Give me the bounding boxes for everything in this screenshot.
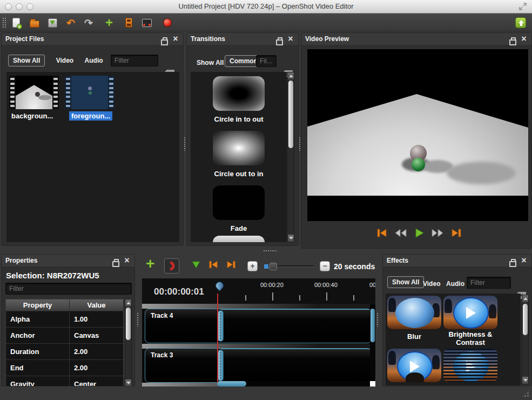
- export-video-button[interactable]: [140, 16, 153, 29]
- scroll-down-icon[interactable]: [125, 379, 131, 386]
- effects-video-button[interactable]: Video: [422, 278, 441, 290]
- jump-to-start-button[interactable]: [376, 228, 388, 238]
- slider-fill: [264, 264, 268, 269]
- toolbar-drag-handle[interactable]: [2, 17, 6, 28]
- close-panel-icon[interactable]: ×: [520, 257, 528, 264]
- transitions-header: Transitions ×: [187, 33, 298, 45]
- horizontal-splitter-handle[interactable]: [263, 250, 277, 252]
- file-thumbnail: [9, 76, 59, 109]
- video-preview-frame: [307, 49, 528, 221]
- float-panel-icon[interactable]: [275, 35, 284, 43]
- transition-item[interactable]: Circle out to in: [191, 131, 287, 178]
- undo-button[interactable]: ↶: [64, 16, 77, 29]
- scroll-down-icon[interactable]: [522, 377, 528, 384]
- save-project-button[interactable]: [46, 16, 59, 29]
- redo-button[interactable]: ↷: [82, 16, 95, 29]
- properties-filter-input[interactable]: [5, 283, 132, 295]
- previous-marker-button[interactable]: [208, 260, 219, 269]
- panel-splitter-handle[interactable]: [184, 137, 186, 151]
- rewind-button[interactable]: [394, 228, 407, 238]
- close-panel-icon[interactable]: ×: [286, 35, 295, 43]
- property-value[interactable]: 2.00: [70, 344, 124, 359]
- window-resize-grip[interactable]: [521, 389, 530, 398]
- close-panel-icon[interactable]: ×: [123, 257, 131, 264]
- timeline-ruler[interactable]: 00:00:00:01 00:00:20 00:00:40 00: [142, 278, 375, 304]
- table-row[interactable]: Alpha 1.00: [6, 311, 124, 328]
- property-value[interactable]: Center: [70, 376, 124, 386]
- add-marker-button[interactable]: [191, 261, 201, 269]
- float-panel-icon[interactable]: [509, 257, 517, 264]
- transitions-filter-input[interactable]: [256, 55, 277, 67]
- effects-show-all-button[interactable]: Show All: [387, 276, 424, 288]
- import-files-button[interactable]: +: [103, 16, 116, 29]
- value-column-header[interactable]: Value: [70, 299, 124, 311]
- files-video-button[interactable]: Video: [55, 55, 75, 66]
- effects-audio-button[interactable]: Audio: [445, 278, 466, 290]
- scrollbar-thumb[interactable]: [523, 304, 528, 335]
- property-name: Gravity: [6, 376, 70, 386]
- record-button[interactable]: [161, 16, 174, 29]
- files-show-all-button[interactable]: Show All: [8, 55, 45, 66]
- new-project-button[interactable]: +: [10, 16, 23, 29]
- slider-handle[interactable]: [270, 263, 277, 270]
- scroll-up-icon[interactable]: [125, 299, 131, 306]
- open-project-button[interactable]: [28, 16, 41, 29]
- float-panel-icon[interactable]: [160, 35, 169, 43]
- clip-left-handle[interactable]: [218, 310, 224, 342]
- float-panel-icon[interactable]: [509, 35, 517, 43]
- scrollbar-thumb[interactable]: [217, 381, 246, 386]
- effects-scrollbar[interactable]: [522, 295, 529, 384]
- scrollbar-thumb[interactable]: [126, 308, 131, 340]
- fast-forward-button[interactable]: [431, 228, 444, 238]
- track-4[interactable]: Track 4: [145, 309, 372, 343]
- file-item[interactable]: backgroun...: [9, 76, 63, 124]
- timeline-horizontal-scrollbar[interactable]: [245, 381, 370, 386]
- scrollbar-thumb[interactable]: [371, 309, 375, 342]
- scroll-up-icon[interactable]: [288, 72, 294, 79]
- scroll-up-icon[interactable]: [522, 295, 528, 302]
- transitions-show-all-button[interactable]: Show All: [196, 57, 225, 69]
- close-panel-icon[interactable]: ×: [520, 35, 528, 43]
- scroll-down-icon[interactable]: [288, 235, 294, 242]
- table-row[interactable]: Duration 2.00: [6, 344, 124, 360]
- timeline-vertical-scrollbar[interactable]: [370, 304, 375, 386]
- transitions-scrollbar[interactable]: [287, 72, 294, 242]
- transition-item[interactable]: Circle in to out: [191, 76, 287, 123]
- blur-effect-thumbnail: [387, 296, 441, 329]
- table-row[interactable]: End 2.00: [6, 360, 124, 376]
- clip-left-handle[interactable]: [218, 350, 224, 381]
- next-marker-button[interactable]: [226, 260, 237, 269]
- add-track-button[interactable]: +: [146, 258, 154, 269]
- close-panel-icon[interactable]: ×: [171, 35, 180, 43]
- brightness-contrast-effect-thumbnail: [443, 296, 497, 329]
- files-audio-button[interactable]: Audio: [84, 55, 104, 66]
- timeline-zoom-slider[interactable]: [264, 265, 314, 267]
- next-marker-icon: [226, 260, 237, 269]
- scrollbar-thumb[interactable]: [288, 81, 293, 148]
- panel-splitter-handle[interactable]: [299, 137, 301, 151]
- transition-item[interactable]: Fade: [191, 185, 287, 232]
- properties-scrollbar[interactable]: [125, 299, 132, 386]
- play-button[interactable]: [414, 228, 425, 238]
- property-value[interactable]: 2.00: [70, 360, 124, 376]
- previous-marker-icon: [208, 260, 219, 269]
- table-row[interactable]: Gravity Center: [6, 376, 124, 386]
- playhead-line[interactable]: [217, 294, 218, 383]
- resize-window-icon[interactable]: [519, 3, 527, 10]
- property-value[interactable]: 1.00: [70, 311, 124, 327]
- track-3[interactable]: Track 3: [145, 348, 372, 383]
- table-row[interactable]: Anchor Canvas: [6, 328, 124, 344]
- zoom-out-button[interactable]: −: [320, 261, 330, 271]
- property-column-header[interactable]: Property: [6, 299, 70, 311]
- property-value[interactable]: Canvas: [70, 328, 124, 343]
- float-panel-icon[interactable]: [112, 257, 120, 264]
- files-filter-input[interactable]: [111, 55, 158, 66]
- jump-to-end-button[interactable]: [450, 228, 462, 238]
- file-item-selected[interactable]: foregroun...: [65, 76, 119, 124]
- transition-item-partial[interactable]: [213, 236, 265, 242]
- effects-filter-input[interactable]: [467, 277, 511, 289]
- import-sequence-button[interactable]: [122, 16, 135, 29]
- zoom-in-button[interactable]: +: [247, 261, 258, 271]
- upload-button[interactable]: [514, 16, 527, 29]
- snapping-toggle-button[interactable]: [164, 258, 179, 274]
